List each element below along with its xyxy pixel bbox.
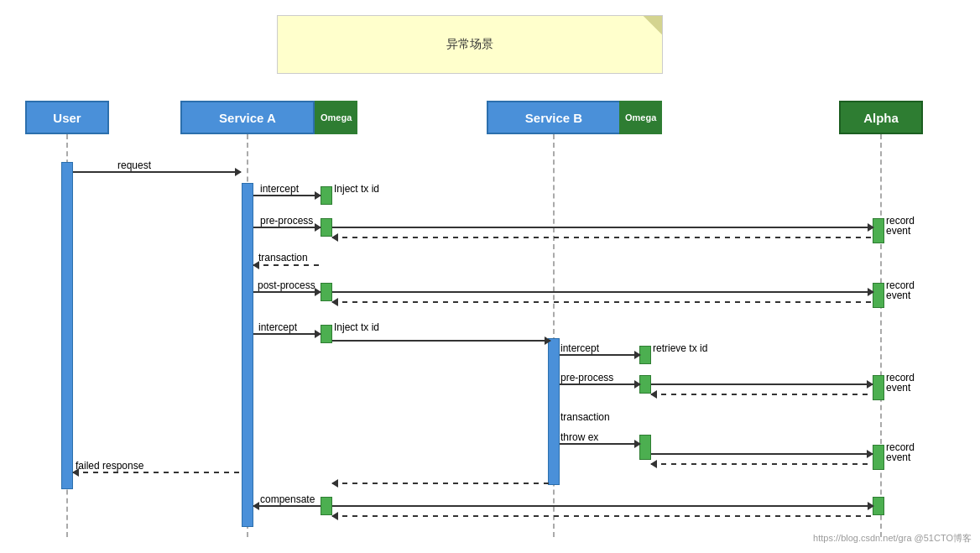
- arrow-intercept2: [253, 333, 321, 335]
- act-b-throw: [639, 435, 651, 460]
- arrow-compensate: [253, 505, 321, 507]
- label-retrieve: retrieve tx id: [653, 342, 707, 354]
- label-event3: event: [886, 382, 910, 394]
- sticky-note: 异常场景: [277, 15, 663, 74]
- label-compensate: compensate: [260, 493, 315, 505]
- arrow-b-intercept: [560, 354, 640, 356]
- omega-badge-b: Omega: [619, 101, 662, 134]
- label-intercept2: intercept: [258, 321, 297, 333]
- label-transaction1: transaction: [258, 252, 308, 263]
- act-b-intercept: [639, 346, 651, 364]
- arrow-record1-return: [332, 237, 873, 238]
- label-b-transaction: transaction: [560, 411, 610, 423]
- label-failed-response: failed response: [76, 460, 143, 472]
- arrow-record2-return: [332, 301, 873, 303]
- act-a-preprocess: [321, 218, 332, 237]
- arrow-record4-return: [651, 463, 873, 465]
- label-preprocess1: pre-process: [260, 215, 313, 227]
- act-alpha-record4: [873, 445, 884, 470]
- act-alpha-compensate: [873, 497, 884, 515]
- arrow-b-preprocess: [560, 383, 640, 385]
- label-inject1: Inject tx id: [334, 183, 379, 195]
- arrow-record4: [651, 453, 873, 455]
- arrow-intercept1: [253, 195, 321, 196]
- label-event2: event: [886, 290, 910, 301]
- arrow-request: [73, 171, 241, 173]
- label-event4: event: [886, 451, 910, 463]
- label-intercept1: intercept: [260, 183, 299, 195]
- actor-alpha: Alpha: [839, 101, 923, 134]
- arrow-postprocess: [253, 291, 321, 293]
- arrow-alpha-compensate: [332, 505, 873, 507]
- arrow-transaction1: [253, 264, 321, 266]
- diagram-container: 异常场景 User Service A Omega Service B Omeg…: [0, 0, 980, 553]
- actor-user: User: [25, 101, 109, 134]
- arrow-b-return: [332, 483, 550, 484]
- activation-service-b: [548, 338, 560, 485]
- act-alpha-record1: [873, 218, 884, 243]
- arrow-a-to-b: [332, 340, 550, 342]
- label-throw: throw ex: [560, 431, 598, 443]
- arrow-record3: [651, 383, 873, 385]
- label-inject2: Inject tx id: [334, 321, 379, 333]
- arrow-record1: [332, 227, 873, 228]
- watermark: https://blog.csdn.net/gra @51CTO博客: [813, 532, 972, 545]
- arrow-preprocess1: [253, 227, 321, 228]
- act-alpha-record3: [873, 375, 884, 400]
- act-a-compensate: [321, 497, 332, 515]
- act-b-preprocess: [639, 375, 651, 394]
- label-request: request: [117, 159, 151, 171]
- arrow-failed-response: [73, 472, 241, 473]
- label-event1: event: [886, 225, 910, 237]
- sticky-corner: [644, 16, 662, 34]
- act-alpha-record2: [873, 283, 884, 308]
- act-a-intercept2: [321, 325, 332, 343]
- omega-badge-a: Omega: [315, 101, 357, 134]
- activation-service-a: [242, 183, 253, 527]
- arrow-throw: [560, 443, 640, 445]
- actor-service-a: Service A: [180, 101, 315, 134]
- act-a-intercept1: [321, 186, 332, 205]
- activation-user: [61, 162, 73, 489]
- act-a-postprocess: [321, 283, 332, 301]
- lifeline-alpha: [880, 134, 882, 537]
- arrow-record2: [332, 291, 873, 293]
- arrow-record3-return: [651, 394, 873, 395]
- label-postprocess: post-process: [258, 279, 315, 291]
- arrow-alpha-compensate-return: [332, 515, 873, 517]
- label-b-intercept: intercept: [560, 342, 599, 354]
- actor-service-b: Service B: [487, 101, 621, 134]
- sticky-label: 异常场景: [446, 37, 493, 52]
- label-b-preprocess: pre-process: [560, 372, 613, 383]
